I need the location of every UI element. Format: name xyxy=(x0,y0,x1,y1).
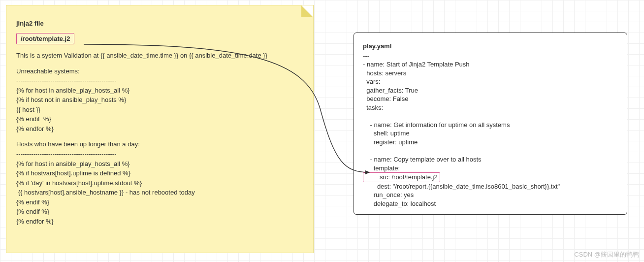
yaml-filename: play.yaml xyxy=(363,42,618,51)
play-yaml-box: play.yaml ---- name: Start of Jinja2 Tem… xyxy=(354,33,627,215)
yaml-lines-before: ---- name: Start of Jinja2 Template Push… xyxy=(363,52,618,173)
yaml-line: - name: Copy template over to all hosts xyxy=(363,155,618,164)
jinja2-code-block: This is a system Validation at {{ ansibl… xyxy=(16,51,303,226)
yaml-line: vars: xyxy=(363,77,618,86)
yaml-src-line-wrapper: src: /root/template.j2 xyxy=(363,172,618,182)
yaml-line: template: xyxy=(363,164,618,173)
yaml-line: - name: Start of Jinja2 Template Push xyxy=(363,60,618,69)
jinja2-code-line: {% if 'day' in hostvars[host].uptime.std… xyxy=(16,179,303,188)
jinja2-code-line: Hosts who have been up longer than a day… xyxy=(16,140,303,149)
yaml-line: delegate_to: localhost xyxy=(363,199,618,208)
jinja2-code-line: {% endfor %} xyxy=(16,217,303,226)
yaml-line: hosts: servers xyxy=(363,69,618,78)
yaml-line: run_once: yes xyxy=(363,191,618,199)
yaml-line xyxy=(363,112,618,121)
jinja2-code-line: Unreachable systems: xyxy=(16,67,303,76)
jinja2-code-line: {% endif %} xyxy=(16,198,303,207)
jinja2-code-line xyxy=(16,61,303,67)
note-title: jinja2 file xyxy=(16,19,303,28)
jinja2-code-line: {{ host }} xyxy=(16,105,303,114)
jinja2-code-line: {% endif %} xyxy=(16,115,303,124)
jinja2-code-line: {% for host in ansible_play_hosts_all %} xyxy=(16,160,303,168)
jinja2-note: jinja2 file /root/template.j2 This is a … xyxy=(6,5,314,253)
jinja2-code-line: {% endif %} xyxy=(16,207,303,216)
template-path-box: /root/template.j2 xyxy=(16,33,74,45)
jinja2-code-line: ----------------------------------------… xyxy=(16,76,303,85)
yaml-line: dest: "/root/report.{{ansible_date_time.… xyxy=(363,182,618,191)
yaml-line xyxy=(363,147,618,156)
jinja2-code-line xyxy=(16,134,303,140)
jinja2-code-line: {% if hostvars[host].uptime is defined %… xyxy=(16,169,303,178)
yaml-line: - name: Get information for uptime on al… xyxy=(363,121,618,130)
yaml-line: tasks: xyxy=(363,103,618,112)
note-fold-corner xyxy=(301,5,313,17)
jinja2-code-line: This is a system Validation at {{ ansibl… xyxy=(16,51,303,60)
yaml-line: become: False xyxy=(363,95,618,103)
yaml-line: --- xyxy=(363,52,618,61)
yaml-lines-after: dest: "/root/report.{{ansible_date_time.… xyxy=(363,182,618,208)
yaml-src-highlight: src: /root/template.j2 xyxy=(363,172,440,182)
jinja2-code-line: {{ hostvars[host].ansible_hostname }} - … xyxy=(16,188,303,197)
watermark-text: CSDN @酱园里的鸭鸭 xyxy=(574,250,639,259)
jinja2-code-line: ----------------------------------------… xyxy=(16,150,303,159)
yaml-line: register: uptime xyxy=(363,138,618,147)
jinja2-code-line: {% for host in ansible_play_hosts_all %} xyxy=(16,86,303,95)
jinja2-code-line: {% if host not in ansible_play_hosts %} xyxy=(16,96,303,104)
yaml-line: gather_facts: True xyxy=(363,86,618,95)
yaml-line: shell: uptime xyxy=(363,129,618,138)
jinja2-code-line: {% endfor %} xyxy=(16,125,303,133)
